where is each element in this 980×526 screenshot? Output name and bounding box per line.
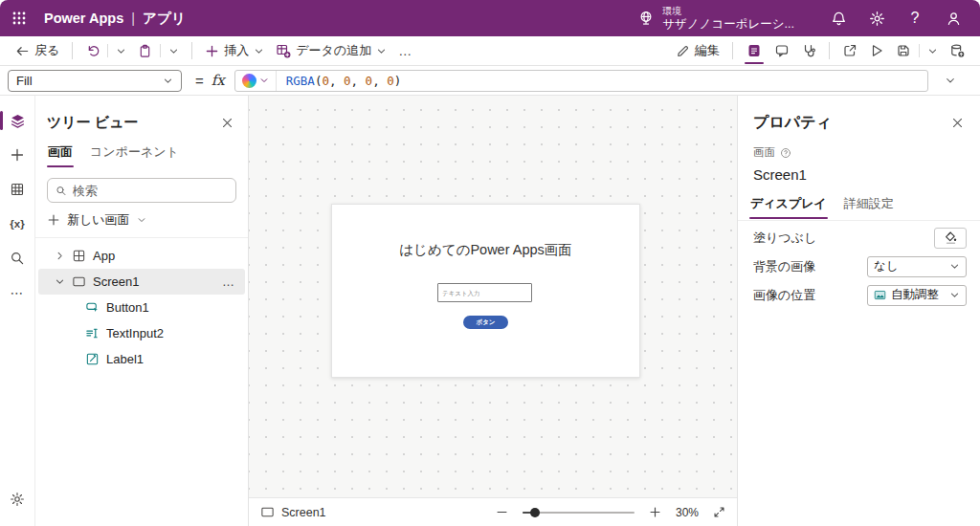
- environment-text: 環境 サザノノコーポレーシ...: [662, 6, 794, 31]
- tree-view-panel: ツリー ビュー 画面 コンポーネント 新しい画面: [35, 96, 249, 526]
- zoom-slider-thumb[interactable]: [530, 508, 540, 517]
- background-image-dropdown[interactable]: なし: [867, 256, 967, 277]
- title-separator: |: [131, 11, 135, 26]
- toolbar-divider: [732, 42, 733, 59]
- help-button[interactable]: ?: [896, 0, 934, 36]
- tree-row-app[interactable]: App: [38, 243, 245, 269]
- environment-switcher[interactable]: 環境 サザノノコーポレーシ...: [637, 6, 794, 31]
- comment-icon: [774, 43, 790, 58]
- fx-label: fx: [212, 72, 225, 89]
- settings-button[interactable]: [858, 0, 896, 36]
- app-icon: [72, 249, 86, 263]
- environment-label: 環境: [662, 6, 681, 17]
- zoom-slider[interactable]: [523, 506, 635, 519]
- screen1-more-button[interactable]: …: [222, 274, 245, 289]
- save-button[interactable]: [890, 38, 917, 63]
- rail-more-button[interactable]: ⋯: [0, 275, 34, 310]
- properties-separator: [738, 220, 980, 221]
- screen-text-input[interactable]: [437, 283, 532, 302]
- comments-button[interactable]: [768, 38, 795, 63]
- notifications-button[interactable]: [819, 0, 858, 36]
- main-area: {x} ⋯ ツリー ビュー: [0, 96, 980, 526]
- tab-screens[interactable]: 画面: [47, 140, 74, 167]
- share-button[interactable]: [836, 38, 863, 63]
- app-checker-button[interactable]: [795, 38, 822, 63]
- label-control-icon: [85, 352, 100, 366]
- formula-bar: Fill = fx RGBA(0, 0, 0, 0): [0, 66, 980, 96]
- new-screen-button[interactable]: 新しい画面: [47, 211, 236, 229]
- toolbar-divider: [72, 42, 73, 59]
- zoom-controls: 30%: [496, 506, 725, 519]
- image-position-dropdown[interactable]: 自動調整: [867, 285, 967, 306]
- canvas-status-bar: Screen1 30%: [249, 497, 737, 526]
- rail-data-button[interactable]: [0, 172, 34, 207]
- more-commands-button[interactable]: …: [392, 38, 418, 63]
- rail-settings-button[interactable]: [0, 482, 34, 516]
- properties-panel: プロパティ 画面 Screen1 ディスプレイ 詳細設定 塗りつ: [737, 96, 980, 526]
- preview-button[interactable]: [863, 38, 890, 63]
- properties-close-button[interactable]: [946, 111, 969, 134]
- chevron-down-icon: [949, 261, 960, 272]
- formula-function: RGBA: [286, 74, 315, 88]
- tree-item-label: Button1: [106, 300, 149, 315]
- waffle-menu-button[interactable]: [0, 0, 38, 36]
- more-icon: …: [398, 43, 412, 58]
- formula-input[interactable]: RGBA(0, 0, 0, 0): [277, 74, 401, 88]
- more-icon: ⋯: [11, 285, 25, 300]
- help-circle-icon[interactable]: [780, 147, 791, 159]
- fit-to-screen-button[interactable]: [713, 506, 725, 518]
- undo-button[interactable]: [79, 38, 105, 63]
- edit-button[interactable]: 編集: [670, 38, 725, 63]
- variables-icon: {x}: [10, 218, 24, 230]
- tree-notes-toggle-active[interactable]: [740, 38, 768, 63]
- formula-field[interactable]: RGBA(0, 0, 0, 0): [234, 70, 928, 92]
- zoom-in-button[interactable]: [649, 506, 661, 518]
- rail-tree-view-button[interactable]: [0, 103, 34, 138]
- screen-button-control[interactable]: ボタン: [463, 316, 508, 329]
- tree-view-close-button[interactable]: [215, 111, 238, 134]
- canvas-area[interactable]: はじめてのPower Apps画面 ボタン: [249, 96, 737, 497]
- tree-row-label1[interactable]: Label1: [38, 346, 245, 372]
- close-icon: [951, 117, 964, 129]
- tree-view-title: ツリー ビュー: [47, 114, 139, 132]
- insert-button[interactable]: 挿入: [199, 38, 270, 63]
- rail-variables-button[interactable]: {x}: [0, 207, 34, 241]
- chevron-down-icon: [254, 46, 264, 56]
- gear-icon: [869, 11, 885, 27]
- add-data-button[interactable]: データの追加: [270, 38, 392, 63]
- tree-view-header: ツリー ビュー: [35, 96, 248, 140]
- tree-search-input[interactable]: [73, 184, 228, 198]
- zoom-out-button[interactable]: [496, 506, 508, 518]
- screen-title-label[interactable]: はじめてのPower Apps画面: [332, 241, 639, 259]
- tree-row-screen1[interactable]: Screen1 …: [38, 269, 245, 295]
- paste-menu-button[interactable]: [163, 38, 185, 63]
- tab-display[interactable]: ディスプレイ: [749, 191, 828, 219]
- save-menu-button[interactable]: [922, 38, 944, 63]
- tree-row-textinput2[interactable]: TextInput2: [38, 320, 245, 346]
- prop-row-image-position: 画像の位置 自動調整: [738, 283, 980, 307]
- publish-button[interactable]: [944, 38, 970, 63]
- tree-search-box[interactable]: [47, 178, 236, 203]
- copilot-button[interactable]: [235, 71, 277, 91]
- rail-insert-button[interactable]: [0, 138, 34, 172]
- tab-components[interactable]: コンポーネント: [89, 140, 180, 167]
- undo-menu-button[interactable]: [110, 38, 132, 63]
- account-button[interactable]: [934, 0, 972, 36]
- rail-search-button[interactable]: [0, 241, 34, 275]
- property-selector[interactable]: Fill: [8, 70, 182, 92]
- insert-label: 挿入: [224, 42, 249, 59]
- object-type-label: 画面: [753, 145, 775, 160]
- zoom-percentage: 30%: [676, 506, 699, 519]
- chevron-down-icon: [137, 215, 146, 225]
- command-bar-right: 編集: [670, 38, 970, 63]
- paste-button[interactable]: [132, 38, 158, 63]
- tab-advanced[interactable]: 詳細設定: [843, 191, 895, 219]
- paint-bucket-icon: [944, 230, 958, 245]
- expand-formula-bar-button[interactable]: [928, 75, 972, 86]
- fill-color-button[interactable]: [934, 228, 967, 249]
- chevron-down-icon: [168, 46, 179, 56]
- back-button[interactable]: 戻る: [10, 38, 65, 63]
- app-screen-preview[interactable]: はじめてのPower Apps画面 ボタン: [331, 204, 640, 378]
- status-screen-indicator[interactable]: Screen1: [260, 505, 326, 519]
- tree-row-button1[interactable]: Button1: [38, 295, 245, 320]
